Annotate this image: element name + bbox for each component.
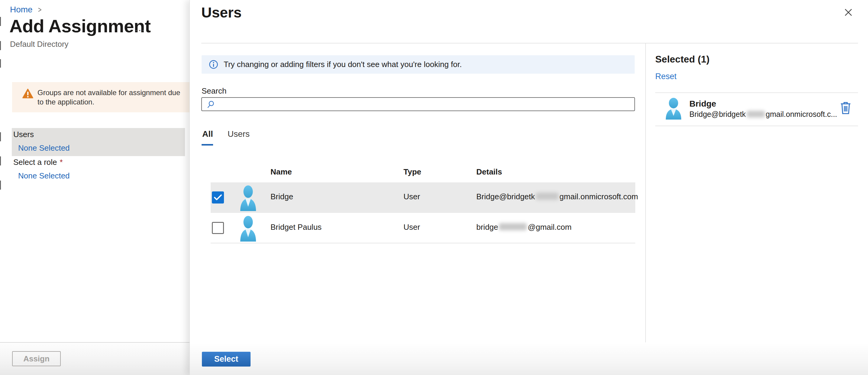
row-details: Bridge@bridgetkgmail.onmicrosoft.com: [476, 192, 638, 201]
search-box: [201, 97, 635, 111]
redacted-text: [499, 223, 527, 230]
column-header-type: Type: [403, 167, 421, 177]
row-details-suffix: gmail.onmicrosoft.com: [559, 192, 638, 201]
required-asterisk: *: [60, 158, 63, 167]
row-checkbox-checked[interactable]: [212, 192, 224, 204]
tab-users[interactable]: Users: [227, 129, 250, 139]
search-label: Search: [202, 87, 226, 96]
rail-divider-vertical: [645, 43, 646, 342]
more-options-icon[interactable]: ...: [135, 22, 145, 34]
row-details-prefix: bridge: [476, 223, 498, 232]
breadcrumb-chevron-icon: >: [38, 5, 41, 14]
redacted-text: [536, 193, 559, 200]
row-type: User: [403, 223, 420, 232]
row-details-prefix: Bridge@bridgetk: [476, 192, 535, 201]
close-icon[interactable]: [841, 5, 856, 20]
reset-link[interactable]: Reset: [655, 72, 677, 81]
search-input[interactable]: [201, 97, 635, 111]
active-tab-underline: [202, 144, 213, 145]
users-field-value-link[interactable]: None Selected: [18, 143, 70, 153]
panel-title-divider: [201, 43, 858, 43]
role-field-label-text: Select a role: [13, 158, 57, 167]
info-banner: Try changing or adding filters if you do…: [202, 55, 635, 74]
breadcrumb: Home >: [10, 5, 42, 14]
rail-divider: [655, 92, 858, 93]
breadcrumb-home-link[interactable]: Home: [10, 5, 33, 14]
person-avatar-icon: [239, 216, 258, 242]
info-banner-text: Try changing or adding filters if you do…: [224, 60, 462, 69]
users-picker-panel: Users Try changing or adding filters if …: [189, 0, 868, 375]
info-icon: [209, 60, 218, 69]
row-checkbox-unchecked[interactable]: [212, 222, 224, 234]
warning-icon: [22, 89, 34, 99]
trash-icon[interactable]: [838, 100, 853, 116]
role-field-label: Select a role*: [13, 158, 63, 167]
panel-footer: Select: [190, 343, 868, 375]
selected-item-email: Bridge@bridgetkgmail.onmicrosoft.c...: [689, 110, 837, 118]
redacted-text: [747, 111, 765, 117]
page-subtitle: Default Directory: [10, 39, 69, 49]
selected-item-email-suffix: gmail.onmicrosoft.c...: [766, 110, 837, 118]
warning-banner: Groups are not available for assignment …: [12, 82, 189, 112]
person-avatar-icon: [664, 98, 683, 120]
role-field-value-link[interactable]: None Selected: [18, 171, 70, 180]
page-footer: Assign: [0, 343, 189, 375]
check-icon: [214, 194, 222, 201]
table-row-bridget-paulus[interactable]: Bridget Paulus User bridge@gmail.com: [211, 213, 635, 243]
panel-title: Users: [201, 4, 242, 21]
users-field-label: Users: [13, 130, 34, 139]
search-icon: [207, 100, 215, 108]
rail-divider: [655, 126, 858, 126]
screen: Home > Add Assignment ... Default Direct…: [0, 0, 868, 375]
selected-count-title: Selected (1): [655, 54, 710, 65]
row-details-suffix: @gmail.com: [528, 223, 571, 232]
tab-all[interactable]: All: [202, 129, 213, 139]
selected-item-email-prefix: Bridge@bridgetk: [689, 110, 746, 118]
row-type: User: [403, 192, 420, 201]
column-header-details: Details: [476, 167, 502, 177]
row-name: Bridget Paulus: [271, 223, 321, 232]
row-details: bridge@gmail.com: [476, 223, 571, 232]
column-header-name: Name: [271, 167, 292, 177]
assign-button[interactable]: Assign: [12, 351, 61, 366]
selected-item-name: Bridge: [689, 99, 716, 109]
select-button[interactable]: Select: [202, 352, 251, 367]
row-name: Bridge: [271, 192, 293, 201]
person-avatar-icon: [239, 185, 258, 211]
page-title: Add Assignment: [9, 16, 151, 37]
warning-text: Groups are not available for assignment …: [37, 88, 186, 107]
table-row-bridge[interactable]: Bridge User Bridge@bridgetkgmail.onmicro…: [211, 182, 635, 213]
